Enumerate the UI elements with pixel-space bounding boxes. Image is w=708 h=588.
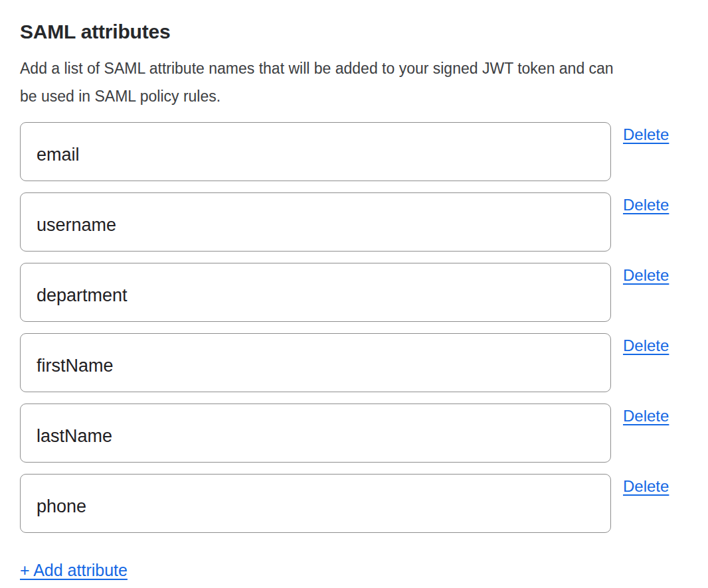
add-attribute-link[interactable]: + Add attribute bbox=[20, 560, 128, 580]
delete-link[interactable]: Delete bbox=[623, 477, 669, 496]
saml-attributes-section: SAML attributes Add a list of SAML attri… bbox=[0, 0, 708, 580]
attribute-input[interactable] bbox=[20, 192, 611, 252]
attribute-row: Delete bbox=[20, 474, 688, 533]
attributes-list: Delete Delete Delete Delete Delete Delet… bbox=[20, 122, 688, 533]
attribute-row: Delete bbox=[20, 333, 688, 392]
attribute-input[interactable] bbox=[20, 122, 611, 181]
section-title: SAML attributes bbox=[20, 19, 688, 44]
delete-link[interactable]: Delete bbox=[623, 336, 669, 356]
attribute-input[interactable] bbox=[20, 474, 611, 533]
attribute-row: Delete bbox=[20, 263, 688, 322]
attribute-row: Delete bbox=[20, 192, 688, 252]
section-description: Add a list of SAML attribute names that … bbox=[20, 54, 631, 110]
delete-link[interactable]: Delete bbox=[623, 406, 669, 426]
delete-link[interactable]: Delete bbox=[623, 265, 669, 285]
attribute-input[interactable] bbox=[20, 404, 611, 463]
attribute-row: Delete bbox=[20, 404, 688, 463]
attribute-input[interactable] bbox=[20, 333, 611, 392]
attribute-input[interactable] bbox=[20, 263, 611, 322]
delete-link[interactable]: Delete bbox=[623, 195, 669, 215]
delete-link[interactable]: Delete bbox=[623, 125, 669, 145]
attribute-row: Delete bbox=[20, 122, 688, 181]
